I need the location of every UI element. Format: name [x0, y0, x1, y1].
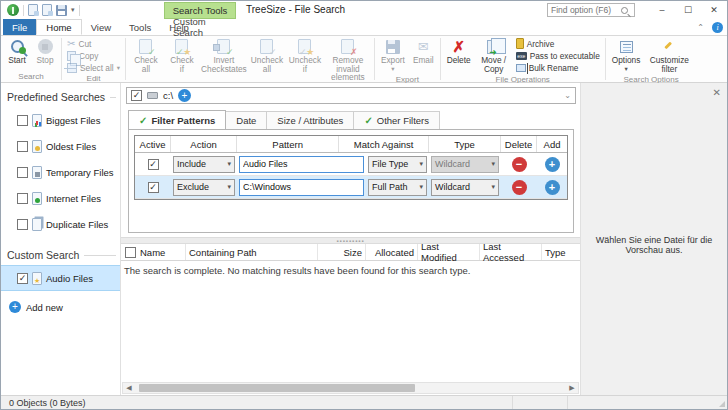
tab-filter-patterns[interactable]: ✓ Filter Patterns [128, 110, 226, 130]
action-select[interactable]: Exclude▾ [173, 179, 235, 196]
find-option-search[interactable] [547, 3, 635, 17]
close-button[interactable]: ✕ [701, 2, 727, 18]
uncheck-all-button[interactable]: ✓ Uncheck all [249, 37, 285, 74]
column-type[interactable]: Type [542, 244, 580, 260]
scroll-left-icon[interactable]: ◀ [123, 384, 135, 392]
find-option-input[interactable] [551, 5, 621, 15]
action-select[interactable]: Include▾ [173, 156, 235, 173]
sidebar-item-oldest-files[interactable]: Oldest Files [1, 133, 120, 159]
check-if-button[interactable]: ★✓ Check if [165, 37, 199, 74]
scrollbar-thumb[interactable] [139, 384, 415, 392]
tab-size-attributes[interactable]: Size / Attributes [267, 111, 354, 130]
ribbon-group-list-actions: ✓ Check all ★✓ Check if ✓ Invert Checkst… [126, 36, 374, 82]
email-button[interactable]: ✉ Email [410, 37, 437, 66]
scroll-right-icon[interactable]: ▶ [566, 384, 578, 392]
remove-invalid-elements-button[interactable]: ✗ Remove invalid elements [325, 37, 371, 83]
copy-button[interactable]: Copy [65, 50, 122, 61]
active-checkbox[interactable] [148, 182, 159, 193]
column-last-modified[interactable]: Last Modified [418, 244, 480, 260]
stop-button[interactable]: Stop [32, 37, 58, 66]
archive-button[interactable]: Archive [514, 38, 602, 49]
chevron-down-icon: ▾ [491, 160, 495, 168]
search-path-bar[interactable]: c:\ + ⌄ [126, 87, 576, 104]
horizontal-scrollbar[interactable]: ◀ ▶ [122, 382, 579, 394]
chevron-down-icon: ▾ [227, 183, 231, 191]
select-all-checkbox[interactable] [125, 247, 136, 258]
sidebar-item-audio-files[interactable]: Audio Files [1, 265, 120, 291]
minimize-button[interactable]: – [649, 2, 675, 18]
add-icon: + [9, 301, 21, 313]
chevron-down-icon: ▾ [419, 160, 423, 168]
checkbox[interactable] [17, 167, 28, 178]
pattern-input[interactable] [239, 156, 364, 173]
open-file-icon[interactable] [42, 4, 52, 16]
delete-row-button[interactable]: − [512, 180, 527, 195]
uncheck-if-icon: ★✓ [298, 39, 311, 54]
match-against-select[interactable]: Full Path▾ [368, 179, 427, 196]
info-icon[interactable]: i [712, 22, 723, 33]
add-row-button[interactable]: + [545, 157, 560, 172]
divider [23, 5, 24, 16]
checkbox[interactable] [17, 115, 28, 126]
pass-to-executable-button[interactable]: exe Pass to executable [514, 50, 602, 61]
treesize-file-search-window: ▾ Search Tools TreeSize - File Search – … [0, 0, 728, 410]
checkbox[interactable] [17, 219, 28, 230]
resize-grip[interactable] [717, 396, 727, 409]
pattern-input[interactable] [239, 179, 364, 196]
checkbox[interactable] [17, 193, 28, 204]
collapse-ribbon-icon[interactable]: ⌃ [697, 23, 704, 32]
checkbox[interactable] [17, 273, 28, 284]
window-title: TreeSize - File Search [246, 4, 345, 15]
tab-tools[interactable]: Tools [120, 19, 160, 35]
cut-button[interactable]: ✂ Cut [65, 38, 122, 49]
chevron-down-icon: ▾ [624, 65, 627, 73]
match-against-select[interactable]: File Type▾ [368, 156, 427, 173]
check-all-button[interactable]: ✓ Check all [129, 37, 163, 74]
select-all-button[interactable]: Select all ▾ [65, 62, 122, 73]
sidebar-item-duplicate-files[interactable]: Duplicate Files [1, 211, 120, 237]
tab-custom-search[interactable]: Custom Search [164, 19, 236, 35]
copy-icon [67, 51, 76, 61]
tab-view[interactable]: View [82, 19, 120, 35]
tab-file[interactable]: File [3, 19, 36, 35]
sidebar-item-internet-files[interactable]: Internet Files [1, 185, 120, 211]
column-name[interactable]: Name [121, 244, 186, 260]
customize-filter-button[interactable]: Customize filter [645, 37, 693, 74]
path-checkbox[interactable] [131, 90, 142, 101]
new-search-icon[interactable] [28, 4, 38, 16]
start-button[interactable]: Start [4, 37, 30, 66]
sidebar-item-temporary-files[interactable]: Temporary Files [1, 159, 120, 185]
options-button[interactable]: Options ▾ [609, 37, 644, 74]
invert-checkstates-button[interactable]: ✓ Invert Checkstates [201, 37, 247, 74]
tab-other-filters[interactable]: ✓ Other Filters [354, 111, 440, 130]
export-button[interactable]: Export ▾ [378, 37, 408, 74]
bulk-rename-button[interactable]: Bulk Rename [514, 62, 602, 73]
column-size[interactable]: Size [318, 244, 366, 260]
chevron-down-icon[interactable]: ⌄ [564, 91, 571, 100]
add-row-button[interactable]: + [545, 180, 560, 195]
sidebar-item-biggest-files[interactable]: Biggest Files [1, 107, 120, 133]
delete-row-button[interactable]: − [512, 157, 527, 172]
move-copy-button[interactable]: Move / Copy [476, 37, 512, 74]
sidebar: Predefined Searches Biggest Files Oldest… [1, 83, 121, 395]
tab-home[interactable]: Home [36, 19, 81, 35]
qat-dropdown-icon[interactable]: ▾ [71, 6, 75, 14]
column-containing-path[interactable]: Containing Path [186, 244, 318, 260]
add-new-button[interactable]: + Add new [1, 301, 120, 313]
type-select[interactable]: Wildcard▾ [431, 179, 499, 196]
check-icon: ✓ [139, 115, 147, 126]
divider [79, 5, 80, 16]
checkbox[interactable] [17, 141, 28, 152]
tab-date[interactable]: Date [226, 111, 267, 130]
column-allocated[interactable]: Allocated [366, 244, 418, 260]
add-path-button[interactable]: + [178, 89, 191, 102]
close-preview-icon[interactable]: ✕ [713, 87, 721, 98]
column-last-accessed[interactable]: Last Accessed [480, 244, 542, 260]
delete-button[interactable]: ✗ Delete [444, 37, 474, 66]
maximize-button[interactable]: ☐ [675, 2, 701, 18]
uncheck-if-button[interactable]: ★✓ Uncheck if [287, 37, 323, 74]
check-all-icon: ✓ [139, 39, 152, 54]
save-icon[interactable] [56, 5, 67, 16]
invert-checkstates-icon: ✓ [217, 39, 230, 54]
active-checkbox[interactable] [148, 159, 159, 170]
